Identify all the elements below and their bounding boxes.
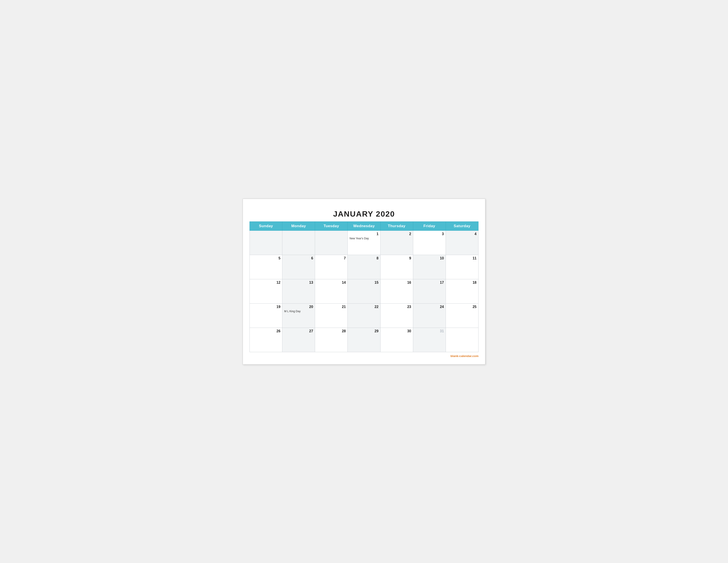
day-number: 13 <box>284 280 313 285</box>
day-number: 17 <box>415 280 444 285</box>
weekday-header-wednesday: Wednesday <box>348 221 380 230</box>
calendar-day-cell <box>446 328 478 352</box>
calendar-day-cell: 9 <box>380 255 413 279</box>
day-number: 24 <box>415 305 444 309</box>
calendar-day-cell: 7 <box>315 255 348 279</box>
day-number: 2 <box>382 232 411 236</box>
calendar-day-cell: 22 <box>348 304 380 328</box>
day-number: 23 <box>382 305 411 309</box>
calendar-title: JANUARY 2020 <box>250 205 478 221</box>
calendar-day-cell: 12 <box>250 279 282 304</box>
calendar-table: SundayMondayTuesdayWednesdayThursdayFrid… <box>250 221 478 352</box>
calendar-day-cell: 8 <box>348 255 380 279</box>
calendar-day-cell: 16 <box>380 279 413 304</box>
day-number: 15 <box>349 280 378 285</box>
calendar-day-cell: 17 <box>413 279 446 304</box>
day-number: 31 <box>415 329 444 333</box>
calendar-day-cell <box>250 230 282 255</box>
day-number: 30 <box>382 329 411 333</box>
day-number: 16 <box>382 280 411 285</box>
calendar-day-cell: 4 <box>446 230 478 255</box>
calendar-day-cell: 28 <box>315 328 348 352</box>
day-number: 19 <box>251 305 280 309</box>
calendar-day-cell <box>282 230 315 255</box>
day-number: 3 <box>415 232 444 236</box>
day-number: 27 <box>284 329 313 333</box>
calendar-week-row: 12131415161718 <box>250 279 478 304</box>
weekday-header-saturday: Saturday <box>446 221 478 230</box>
calendar-week-row: 567891011 <box>250 255 478 279</box>
calendar-day-cell: 20M L King Day <box>282 304 315 328</box>
day-number: 8 <box>349 256 378 260</box>
calendar-day-cell <box>315 230 348 255</box>
day-number: 25 <box>448 305 477 309</box>
calendar-week-row: 1New Year's Day234 <box>250 230 478 255</box>
calendar-day-cell: 19 <box>250 304 282 328</box>
calendar-day-cell: 29 <box>348 328 380 352</box>
calendar-day-cell: 14 <box>315 279 348 304</box>
calendar-day-cell: 30 <box>380 328 413 352</box>
day-number: 6 <box>284 256 313 260</box>
calendar-day-cell: 27 <box>282 328 315 352</box>
calendar-day-cell: 18 <box>446 279 478 304</box>
calendar-page: JANUARY 2020 SundayMondayTuesdayWednesda… <box>243 199 485 365</box>
event-label: M L King Day <box>284 310 313 313</box>
event-label: New Year's Day <box>349 237 378 240</box>
calendar-day-cell: 1New Year's Day <box>348 230 380 255</box>
weekday-header-row: SundayMondayTuesdayWednesdayThursdayFrid… <box>250 221 478 230</box>
day-number: 12 <box>251 280 280 285</box>
day-number: 18 <box>448 280 477 285</box>
calendar-week-row: 1920M L King Day2122232425 <box>250 304 478 328</box>
weekday-header-tuesday: Tuesday <box>315 221 348 230</box>
calendar-day-cell: 6 <box>282 255 315 279</box>
calendar-day-cell: 11 <box>446 255 478 279</box>
weekday-header-monday: Monday <box>282 221 315 230</box>
calendar-week-row: 262728293031 <box>250 328 478 352</box>
day-number: 10 <box>415 256 444 260</box>
calendar-day-cell: 24 <box>413 304 446 328</box>
calendar-day-cell: 2 <box>380 230 413 255</box>
day-number: 5 <box>251 256 280 260</box>
calendar-day-cell: 21 <box>315 304 348 328</box>
weekday-header-friday: Friday <box>413 221 446 230</box>
day-number: 14 <box>317 280 346 285</box>
calendar-day-cell: 15 <box>348 279 380 304</box>
day-number: 11 <box>448 256 477 260</box>
day-number: 22 <box>349 305 378 309</box>
day-number: 7 <box>317 256 346 260</box>
day-number: 21 <box>317 305 346 309</box>
calendar-day-cell: 13 <box>282 279 315 304</box>
day-number: 20 <box>284 305 313 309</box>
calendar-day-cell: 31 <box>413 328 446 352</box>
calendar-day-cell: 3 <box>413 230 446 255</box>
footer-attribution: blank-calendar.com <box>250 354 478 358</box>
weekday-header-thursday: Thursday <box>380 221 413 230</box>
day-number: 9 <box>382 256 411 260</box>
calendar-day-cell: 23 <box>380 304 413 328</box>
day-number: 4 <box>448 232 477 236</box>
day-number: 29 <box>349 329 378 333</box>
calendar-day-cell: 10 <box>413 255 446 279</box>
calendar-day-cell: 25 <box>446 304 478 328</box>
day-number: 28 <box>317 329 346 333</box>
day-number: 26 <box>251 329 280 333</box>
calendar-day-cell: 5 <box>250 255 282 279</box>
weekday-header-sunday: Sunday <box>250 221 282 230</box>
day-number: 1 <box>349 232 378 236</box>
calendar-day-cell: 26 <box>250 328 282 352</box>
